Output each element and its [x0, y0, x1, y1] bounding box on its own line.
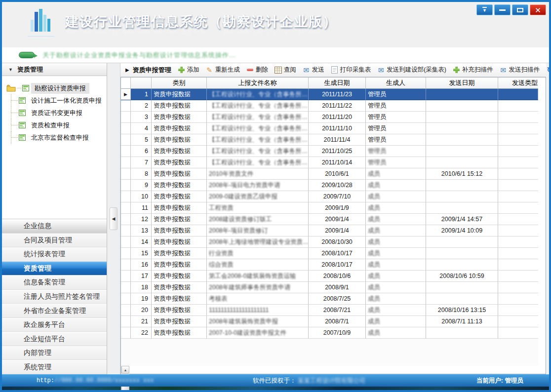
toolbar-button-send-scan[interactable]: ✉发送扫描件 — [500, 66, 540, 74]
accordion-menu: 企业信息合同及项目管理统计报表管理资质管理信息备案管理注册人员与照片签名管理外省… — [2, 219, 107, 374]
table-row[interactable]: 12资质申报数据2008建设资质修订版工2009/1/4成员2009/1/4 1… — [121, 214, 538, 225]
column-header-sent[interactable]: 发送日期 — [426, 78, 498, 89]
cell-sent-date — [426, 146, 498, 157]
scroll-up-button[interactable]: ▲ — [121, 366, 129, 374]
cell-rownum: 14 — [131, 236, 152, 248]
minimize-button[interactable] — [494, 4, 511, 15]
cell-category: 资质申报数据 — [152, 202, 207, 214]
table-row[interactable]: 16资质申报数据综合资质2008/10/17成员 — [121, 259, 538, 271]
table-row[interactable]: 11资质申报数据工程资质2009/1/9成员 — [121, 202, 538, 214]
cell-creator: 成员 — [366, 236, 426, 248]
table-row[interactable]: 9资质申报数据2008年-项目电力资质申请2009/10/28成员 — [121, 180, 538, 191]
cell-creator: 管理员 — [366, 112, 426, 123]
table-row[interactable]: 6资质申报数据【工程设计行业、专业（含事务所…2011/10/25管理员 — [121, 146, 538, 157]
cell-send-type — [498, 259, 538, 271]
logo-text: CCIR — [28, 36, 54, 42]
toolbar-button-refresh[interactable]: ↻刷新 — [546, 66, 551, 74]
notice-text[interactable]: 关于勘察设计企业资质申报业务与勘察设计管理信息系统操作… — [42, 51, 236, 60]
table-row[interactable]: 15资质申报数据行业资质2008/10/17成员 — [121, 248, 538, 259]
close-icon: ✕ — [535, 6, 541, 14]
column-header-cat[interactable]: 类别 — [152, 78, 207, 89]
table-row[interactable]: 5资质申报数据【工程设计行业、专业（含事务所…2011/11/4管理员 — [121, 134, 538, 146]
cell-category: 资质申报数据 — [152, 191, 207, 202]
toolbar-button-send[interactable]: ✉发送 — [303, 66, 324, 74]
table-row[interactable]: 14资质申报数据2008年上海绿地管理建设专业资质…2008/10/30成员 — [121, 236, 538, 248]
close-button[interactable]: ✕ — [530, 4, 546, 15]
maximize-button[interactable] — [512, 4, 528, 15]
cell-send-type — [498, 191, 538, 202]
column-header-file[interactable]: 上报文件名称 — [207, 78, 309, 89]
sidebar-menu-item[interactable]: 企业信息 — [2, 219, 107, 234]
table-row[interactable]: 21资质申报数据2008年建筑装饰资质申报2008/7/1成员2008/7/1 … — [121, 316, 538, 327]
bottom-edge-strip — [2, 387, 549, 390]
toolbar-button-supplement-scan[interactable]: 补充扫描件 — [453, 66, 493, 74]
table-row[interactable]: 17资质申报数据第工会2008-0建筑装饰资质运输2008/10/6成员2008… — [121, 271, 538, 282]
cell-created-date: 2008/10/6 — [309, 271, 366, 282]
column-header-typ[interactable]: 发送类型 — [498, 78, 538, 89]
row-indicator-cell — [121, 191, 131, 202]
toolbar-button-send-to-ministry[interactable]: ✉发送到建设部(采集表) — [377, 66, 446, 74]
tree-item-label[interactable]: 勘察设计资质申报 — [31, 83, 89, 94]
tree-item: 设计施工一体化资质申报 — [2, 94, 107, 107]
table-row[interactable]: 10资质申报数据2009-0建设资质乙级申报2009/7/10成员 — [121, 191, 538, 202]
panel-splitter[interactable]: ◀ — [107, 63, 120, 374]
sidebar-menu-item[interactable]: 内部管理 — [2, 346, 107, 360]
toolbar-button-delete[interactable]: 删除 — [246, 66, 268, 74]
sidebar-menu-item[interactable]: 企业短信平台 — [2, 332, 107, 346]
sidebar-menu-item[interactable]: 注册人员与照片签名管理 — [2, 290, 107, 304]
table-row[interactable]: 4资质申报数据【工程设计行业、专业（含事务所…2011/11/10管理员 — [121, 123, 538, 134]
toolbar-button-label: 重新生成 — [215, 66, 240, 74]
sidebar-menu-item[interactable]: 政企服务平台 — [2, 318, 107, 332]
toolbar-button-view[interactable]: 查阅 — [275, 66, 296, 74]
row-indicator-cell — [121, 123, 131, 134]
table-row[interactable]: 22资质申报数据2007-10-0建设资质申报文件2007/10/9成员 — [121, 327, 538, 339]
cell-send-type — [498, 248, 538, 259]
table-row[interactable]: 13资质申报数据2008年-项目资质修订2009/1/4成员2009/1/4 1… — [121, 225, 538, 236]
table-row[interactable]: 19资质申报数据考核表2008/7/25成员 — [121, 293, 538, 305]
cell-creator: 管理员 — [366, 123, 426, 134]
cell-rownum: 4 — [131, 123, 152, 134]
toolbar-button-print-form[interactable]: 打印采集表 — [331, 66, 371, 74]
cell-rownum: 7 — [131, 157, 152, 168]
cell-sent-date — [426, 282, 498, 293]
sidebar-panel-header[interactable]: ▼ 资质管理 — [2, 63, 107, 76]
cell-sent-date — [426, 327, 498, 339]
sidebar-menu-item[interactable]: 合同及项目管理 — [2, 234, 107, 248]
tree-item-label[interactable]: 设计施工一体化资质申报 — [28, 95, 105, 106]
tree-item-label[interactable]: 北京市监督检查申报 — [28, 132, 92, 143]
cell-filename: 综合资质 — [207, 259, 309, 271]
table-row[interactable]: 8资质申报数据2010年资质文件2010/6/1成员2010/6/1 15:12 — [121, 168, 538, 180]
toolbar-button-regenerate[interactable]: ✎重新生成 — [206, 66, 240, 74]
column-header-who[interactable]: 生成人 — [366, 78, 426, 89]
cell-created-date: 2009/10/28 — [309, 180, 366, 191]
table-row[interactable]: 7资质申报数据【工程设计行业、专业（含事务所…2011/10/14管理员 — [121, 157, 538, 168]
sidebar-menu-item[interactable]: 信息备案管理 — [2, 275, 107, 290]
cell-sent-date: 2008/10/6 10:59 — [426, 271, 498, 282]
cell-filename: 2008年上海绿地管理建设专业资质… — [207, 236, 309, 248]
refresh-icon: ↻ — [546, 66, 551, 74]
cell-filename: 2007-10-0建设资质申报文件 — [207, 327, 309, 339]
toolbar-section-title: 资质申报管理 — [133, 66, 171, 75]
table-row[interactable]: 3资质申报数据【工程设计行业、专业（含事务所…2011/11/20管理员 — [121, 112, 538, 123]
cell-creator: 成员 — [366, 271, 426, 282]
sidebar-menu-item[interactable]: 系统管理 — [2, 360, 107, 374]
rollup-button[interactable]: ▼ — [476, 4, 493, 15]
cell-created-date: 2009/1/9 — [309, 202, 366, 214]
cell-sent-date — [426, 259, 498, 271]
sidebar-menu-item[interactable]: 资质管理 — [2, 262, 107, 276]
cell-sent-date: 2009/1/4 10:09 — [426, 225, 498, 236]
column-header-date[interactable]: 生成日期 — [309, 78, 366, 89]
toolbar-button-add[interactable]: 添加 — [178, 66, 199, 74]
sidebar-menu-item[interactable]: 统计报表管理 — [2, 247, 107, 262]
table-row[interactable]: 2资质申报数据【工程设计行业、专业（含事务所…2011/11/22管理员 — [121, 100, 538, 112]
tree-item-label[interactable]: 资质检查申报 — [28, 120, 73, 131]
tree-item-label[interactable]: 资质证书变更申报 — [28, 108, 86, 118]
table-row[interactable]: 18资质申报数据2008年建筑师事务所资质申请2008/9/1成员 — [121, 282, 538, 293]
cell-filename: 行业资质 — [207, 248, 309, 259]
collapse-handle[interactable]: ◀ — [110, 207, 118, 230]
sidebar-menu-item[interactable]: 外省市企业备案管理 — [2, 304, 107, 318]
cell-filename: 【工程设计行业、专业（含事务所… — [207, 134, 309, 146]
table-row[interactable]: 20资质申报数据111111111111111111112008/7/21成员2… — [121, 305, 538, 316]
table-row[interactable]: ▶1资质申报数据【工程设计行业、专业（含事务所…2011/11/23管理员 — [121, 89, 538, 100]
minus-icon — [246, 66, 254, 74]
